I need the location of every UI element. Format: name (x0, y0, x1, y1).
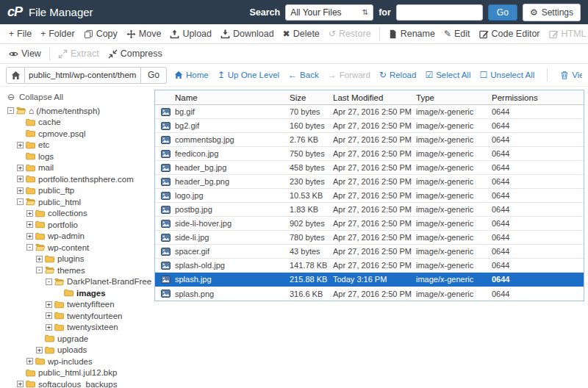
column-header-permissions[interactable]: Permissions (489, 93, 584, 102)
table-row[interactable]: splash.png316.6 KBApr 27, 2016 2:50 PMim… (155, 287, 584, 301)
tree-item-wp-content[interactable]: -wp-content (7, 242, 154, 254)
tree-item-etc[interactable]: +etc (7, 140, 154, 151)
image-file-icon (161, 121, 171, 131)
code-editor-button[interactable]: Code Editor (475, 29, 545, 39)
tree-item-plugins[interactable]: +plugins (7, 254, 154, 265)
download-button[interactable]: Download (216, 29, 279, 39)
tree-collapse-icon[interactable]: - (17, 198, 24, 205)
folder-button[interactable]: +Folder (36, 29, 79, 39)
tree-collapse-icon[interactable]: - (46, 279, 52, 285)
tree-item-twentyfifteen[interactable]: +twentyfifteen (7, 299, 154, 311)
tree-expand-icon[interactable]: + (26, 221, 33, 228)
table-row[interactable]: spacer.gif43 bytesApr 27, 2016 2:50 PMim… (155, 245, 584, 259)
column-header-size[interactable]: Size (286, 93, 330, 102)
tree-expand-icon[interactable]: + (36, 256, 43, 262)
tree-expand-icon[interactable]: + (26, 210, 33, 217)
table-row[interactable]: side-li-hover.jpg902 bytesApr 27, 2016 2… (155, 217, 584, 231)
tree-item-label: plugins (57, 254, 84, 263)
tree-item-upgrade[interactable]: upgrade (7, 333, 154, 345)
tree-expand-icon[interactable]: + (17, 142, 24, 148)
collapse-all-button[interactable]: ⊖ Collapse All (7, 93, 154, 101)
search-go-button[interactable]: Go (488, 4, 517, 21)
tree-expand-icon[interactable]: + (36, 347, 43, 353)
file-size: 10.53 KB (286, 191, 330, 200)
table-row[interactable]: header_bg.png230 bytesApr 27, 2016 2:50 … (155, 175, 584, 189)
tree-item-darkplanet-brandfree[interactable]: -DarkPlanet-BrandFree (7, 276, 154, 288)
column-header-type[interactable]: Type (412, 93, 489, 102)
tree-expand-icon[interactable]: + (26, 358, 33, 364)
tree-item-portfolio[interactable]: +portfolio (7, 219, 154, 231)
tree-item-public-html-jul12-bkp[interactable]: public_html.jul12.bkp (7, 367, 154, 379)
tree-collapse-icon[interactable]: - (36, 267, 43, 273)
tree-item-mail[interactable]: +mail (7, 162, 154, 174)
tree-expand-icon[interactable]: + (17, 165, 24, 171)
select-all-link[interactable]: ☑Select All (425, 71, 470, 79)
table-row[interactable]: bg2.gif160 bytesApr 27, 2016 2:50 PMimag… (155, 119, 584, 133)
tree-item-logs[interactable]: logs (7, 151, 154, 162)
tree-expand-icon[interactable]: + (17, 187, 24, 194)
rename-button[interactable]: Rename (384, 29, 440, 39)
tree-item-portfolio-tenthsphere-com[interactable]: +portfolio.tenthsphere.com (7, 173, 154, 185)
copy-button[interactable]: Copy (79, 29, 122, 39)
search-input[interactable] (396, 4, 483, 21)
table-row[interactable]: splash-old.jpg141.78 KBApr 27, 2016 2:50… (155, 259, 584, 273)
column-header-name[interactable]: Name (155, 93, 286, 102)
file-name-cell: bg.gif (155, 107, 286, 117)
up-one-level-link[interactable]: ↥Up One Level (218, 71, 279, 79)
upload-button[interactable]: Upload (165, 29, 216, 39)
tree-expand-icon[interactable]: + (26, 233, 33, 240)
image-file-icon (161, 233, 171, 242)
move-button[interactable]: Move (122, 29, 166, 39)
compress-button[interactable]: Compress (104, 48, 167, 59)
table-row[interactable]: logo.jpg10.53 KBApr 27, 2016 2:50 PMimag… (155, 189, 584, 203)
home-link[interactable]: Home (174, 71, 209, 79)
view-button[interactable]: View (4, 48, 46, 59)
tree-item-wp-includes[interactable]: +wp-includes (7, 356, 154, 367)
folder-closed-icon (26, 368, 38, 378)
view-trash-link[interactable]: View Trash (560, 71, 582, 79)
tree-expand-icon[interactable]: + (46, 301, 52, 308)
reload-link[interactable]: ↻Reload (379, 71, 417, 79)
tree-expand-icon[interactable]: + (17, 381, 24, 387)
table-row[interactable]: feedicon.jpg750 bytesApr 27, 2016 2:50 P… (155, 147, 584, 161)
tree-expand-icon[interactable]: + (46, 312, 52, 319)
unselect-all-link[interactable]: ☐Unselect All (479, 71, 534, 79)
tree-item-twentysixteen[interactable]: +twentysixteen (7, 322, 154, 334)
tree-item-cpmove-psql[interactable]: cpmove.psql (7, 128, 154, 140)
tree-item-softaculous-backups[interactable]: +softaculous_backups (7, 378, 154, 388)
path-go-button[interactable]: Go (141, 67, 167, 84)
tree-item-cache[interactable]: cache (7, 117, 154, 129)
toolbar-divider (379, 27, 380, 40)
tree-item-wp-admin[interactable]: +wp-admin (7, 231, 154, 242)
tree-item-twentyfourteen[interactable]: +twentyfourteen (7, 310, 154, 322)
tree-item-home-tenthsph[interactable]: -⌂(/home/tenthsph) (7, 105, 154, 117)
file-button[interactable]: +File (4, 29, 36, 39)
tree-expand-icon[interactable]: + (17, 176, 24, 182)
folder-open-icon (35, 242, 48, 252)
tree-expand-icon[interactable]: + (46, 324, 52, 331)
back-link[interactable]: ←Back (288, 71, 319, 79)
settings-button[interactable]: ⚙ Settings (523, 4, 581, 21)
tree-item-public-html[interactable]: -public_html (7, 196, 154, 208)
tree-collapse-icon[interactable]: - (26, 244, 33, 251)
table-row[interactable]: header_bg.jpg458 bytesApr 27, 2016 2:50 … (155, 161, 584, 175)
table-row[interactable]: side-li.jpg780 bytesApr 27, 2016 2:50 PM… (155, 231, 584, 245)
table-row[interactable]: commentsbg.jpg2.76 KBApr 27, 2016 2:50 P… (155, 133, 584, 147)
tree-item-images[interactable]: images (7, 287, 154, 299)
tree-item-label: (/home/tenthsph) (36, 107, 100, 115)
tree-item-collections[interactable]: +collections (7, 208, 154, 220)
table-row[interactable]: splash.jpg215.88 KBToday 3:16 PMimage/x-… (155, 273, 584, 287)
tree-item-uploads[interactable]: +uploads (7, 345, 154, 356)
column-header-last-modified[interactable]: Last Modified (330, 93, 412, 102)
tree-item-themes[interactable]: -themes (7, 265, 154, 276)
delete-button[interactable]: ✖Delete (279, 29, 324, 39)
tree-collapse-icon[interactable]: - (7, 107, 14, 114)
tree-expander-spacer (17, 130, 24, 137)
tree-item-public-ftp[interactable]: +public_ftp (7, 185, 154, 197)
path-home-button[interactable] (6, 67, 25, 84)
table-row[interactable]: postbg.jpg1.83 KBApr 27, 2016 2:50 PMima… (155, 203, 584, 217)
path-input[interactable] (25, 67, 141, 84)
table-row[interactable]: bg.gif70 bytesApr 27, 2016 2:50 PMimage/… (155, 105, 584, 119)
search-scope-select[interactable]: All Your Files ⇅ (285, 4, 373, 21)
edit-button[interactable]: ✎Edit (440, 29, 475, 39)
